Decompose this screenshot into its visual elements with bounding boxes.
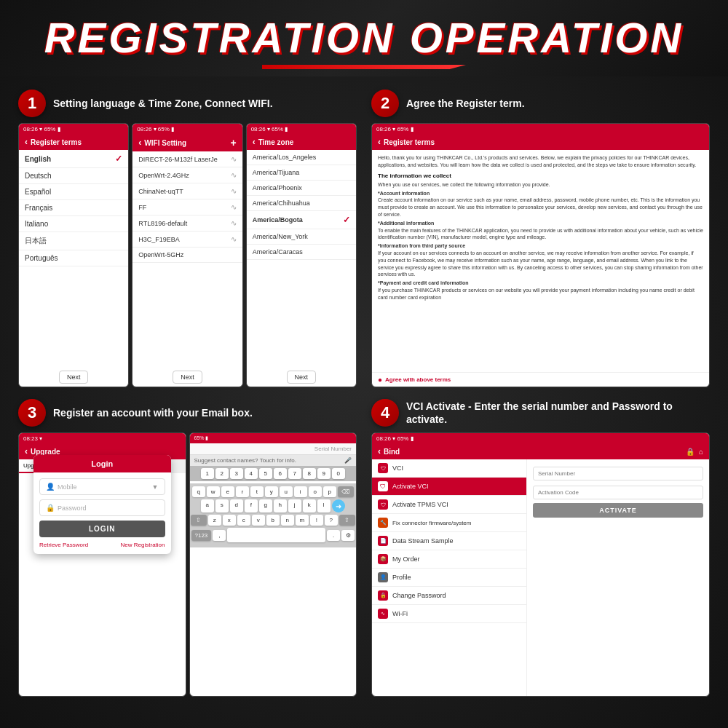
key-5[interactable]: 5 <box>259 468 272 479</box>
lang-japanese[interactable]: 日本語 <box>19 232 128 250</box>
mobile-field[interactable]: 👤 Mobile ▼ <box>39 478 165 495</box>
key-r[interactable]: r <box>236 486 249 497</box>
wifi-h3c[interactable]: H3C_F19EBA ∿ <box>132 232 242 248</box>
key-x[interactable]: x <box>223 515 236 526</box>
menu-vci[interactable]: 🛡 VCI <box>372 459 526 478</box>
key-f[interactable]: f <box>245 499 258 513</box>
menu-change-password[interactable]: 🔒 Change Password <box>372 587 526 605</box>
key-3[interactable]: 3 <box>230 468 243 479</box>
tz-tijuana[interactable]: America/Tijuana <box>247 165 356 181</box>
tz-bogota[interactable]: America/Bogota ✓ <box>247 211 356 229</box>
dropdown-icon[interactable]: ▼ <box>152 483 159 491</box>
key-h[interactable]: h <box>274 499 287 513</box>
mic-icon[interactable]: 🎤 <box>344 457 352 464</box>
wifi-ff[interactable]: FF ∿ <box>132 199 242 215</box>
menu-wifi[interactable]: ∿ Wi-Fi <box>372 605 526 623</box>
key-e[interactable]: e <box>221 486 234 497</box>
tz-los-angeles[interactable]: America/Los_Angeles <box>247 150 356 165</box>
menu-profile[interactable]: 👤 Profile <box>372 569 526 587</box>
key-shift-2[interactable]: ⇧ <box>339 515 355 526</box>
menu-activate-vci[interactable]: 🛡 Activate VCI <box>372 478 526 496</box>
key-6[interactable]: 6 <box>274 468 287 479</box>
key-p[interactable]: p <box>323 486 336 497</box>
wifi-direct[interactable]: DIRECT-26-M132f LaserJe ∿ <box>132 151 242 167</box>
login-button[interactable]: LOGIN <box>39 521 165 537</box>
menu-activate-tpms[interactable]: 🛡 Activate TPMS VCI <box>372 496 526 514</box>
home-header-icon[interactable]: ⌂ <box>699 448 703 456</box>
key-k[interactable]: k <box>303 499 316 513</box>
key-l[interactable]: l <box>317 499 331 513</box>
key-9[interactable]: 9 <box>317 468 331 479</box>
tz-new-york[interactable]: America/New_York <box>247 229 356 245</box>
key-2[interactable]: 2 <box>215 468 229 479</box>
key-0[interactable]: 0 <box>332 468 345 479</box>
key-i[interactable]: i <box>294 486 307 497</box>
back-icon-2[interactable]: ‹ <box>138 138 141 148</box>
key-s[interactable]: s <box>215 499 229 513</box>
key-123[interactable]: ?123 <box>191 530 212 541</box>
key-o[interactable]: o <box>309 486 322 497</box>
wifi-openwrt5[interactable]: OpenWrt-5GHz <box>132 248 242 263</box>
lang-italiano[interactable]: Italiano <box>19 216 128 232</box>
key-m[interactable]: m <box>296 515 309 526</box>
activation-code-input[interactable] <box>533 486 703 499</box>
key-settings-icon[interactable]: ⚙ <box>341 530 355 541</box>
quadrant-2: 2 Agree the Register term. 08:26 ▾ 65% ▮… <box>364 84 717 393</box>
key-question[interactable]: ? <box>325 515 338 526</box>
menu-data-stream[interactable]: 📄 Data Stream Sample <box>372 532 526 550</box>
lang-deutsch[interactable]: Deutsch <box>19 168 128 184</box>
key-7[interactable]: 7 <box>288 468 301 479</box>
key-v[interactable]: v <box>252 515 265 526</box>
lang-english[interactable]: English ✓ <box>19 150 128 168</box>
tz-chihuahua[interactable]: America/Chihuahua <box>247 196 356 211</box>
wifi-chinanet[interactable]: ChinaNet-uqTT ∿ <box>132 183 242 199</box>
key-n[interactable]: n <box>281 515 294 526</box>
new-registration-link[interactable]: New Registration <box>121 542 165 548</box>
key-y[interactable]: y <box>265 486 278 497</box>
tz-next-button[interactable]: Next <box>287 371 317 384</box>
key-z[interactable]: z <box>208 515 221 526</box>
key-b[interactable]: b <box>266 515 280 526</box>
wifi-rtl[interactable]: RTL8196-default ∿ <box>132 215 242 232</box>
password-field[interactable]: 🔒 Password <box>39 499 165 516</box>
key-g[interactable]: g <box>259 499 272 513</box>
lang-francais[interactable]: Français <box>19 200 128 216</box>
add-icon[interactable]: + <box>230 137 236 149</box>
back-icon-6[interactable]: ‹ <box>378 446 381 456</box>
tz-caracas[interactable]: America/Caracas <box>247 245 356 260</box>
back-icon-4[interactable]: ‹ <box>378 137 381 147</box>
wifi-openwrt24[interactable]: OpenWrt-2.4GHz ∿ <box>132 167 242 183</box>
key-space[interactable] <box>227 528 325 542</box>
key-period[interactable]: . <box>327 530 340 541</box>
key-j[interactable]: j <box>288 499 301 513</box>
key-enter[interactable]: ➜ <box>332 499 345 513</box>
key-shift[interactable]: ⇧ <box>191 515 207 526</box>
key-comma[interactable]: , <box>213 530 226 541</box>
key-q[interactable]: q <box>192 486 205 497</box>
agree-terms-row[interactable]: ● Agree with above terms <box>372 372 709 387</box>
serial-number-input[interactable] <box>533 467 703 480</box>
back-icon-3[interactable]: ‹ <box>253 137 256 147</box>
menu-fix-connector[interactable]: 🔧 Fix connector firmware/system <box>372 514 526 532</box>
retrieve-password-link[interactable]: Retrieve Password <box>39 542 88 548</box>
menu-my-order[interactable]: 📦 My Order <box>372 550 526 569</box>
key-backspace[interactable]: ⌫ <box>338 486 354 497</box>
activate-button[interactable]: ACTIVATE <box>533 503 703 518</box>
key-d[interactable]: d <box>230 499 243 513</box>
key-a[interactable]: a <box>201 499 214 513</box>
back-icon[interactable]: ‹ <box>25 137 28 147</box>
key-w[interactable]: w <box>207 486 220 497</box>
back-icon-5[interactable]: ‹ <box>25 446 28 456</box>
tz-phoenix[interactable]: America/Phoenix <box>247 181 356 196</box>
key-u[interactable]: u <box>280 486 293 497</box>
lang-portuguese[interactable]: Português <box>19 250 128 266</box>
wifi-next-button[interactable]: Next <box>173 371 202 384</box>
key-1[interactable]: 1 <box>201 468 214 479</box>
key-8[interactable]: 8 <box>303 468 316 479</box>
key-c[interactable]: c <box>237 515 250 526</box>
key-exclaim[interactable]: ! <box>310 515 323 526</box>
key-4[interactable]: 4 <box>245 468 258 479</box>
lang-next-button[interactable]: Next <box>59 371 89 384</box>
lang-espanol[interactable]: Español <box>19 184 128 200</box>
key-t[interactable]: t <box>250 486 264 497</box>
